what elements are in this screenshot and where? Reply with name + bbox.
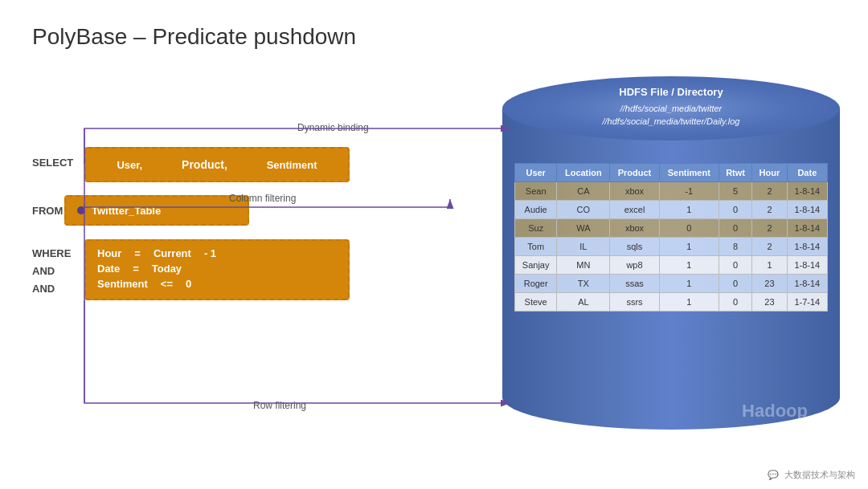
hdfs-title: HDFS File / Directory bbox=[502, 86, 840, 98]
select-block: User, Product, Sentiment bbox=[84, 147, 350, 182]
from-keyword: FROM bbox=[32, 205, 63, 217]
table-row: SeanCAxbox-1521-8-14 bbox=[515, 182, 828, 201]
hdfs-path1: //hdfs/social_media/twitter bbox=[502, 104, 840, 113]
and-keyword-2: AND bbox=[32, 283, 55, 295]
where-row-3: Sentiment <= 0 bbox=[97, 278, 337, 290]
from-block: Twittter_Table bbox=[64, 195, 249, 226]
from-table: Twittter_Table bbox=[92, 205, 161, 217]
where-extra-1: - 1 bbox=[204, 247, 216, 259]
slide: PolyBase – Predicate pushdown SELECT FRO… bbox=[0, 0, 868, 489]
label-row-filtering: Row filtering bbox=[253, 400, 306, 411]
table-row: SanjayMNwp81011-8-14 bbox=[515, 256, 828, 275]
watermark-text: 大数据技术与架构 bbox=[784, 470, 855, 479]
data-table: User Location Product Sentiment Rtwt Hou… bbox=[514, 163, 828, 312]
select-product: Product, bbox=[182, 158, 227, 171]
where-val-3: 0 bbox=[186, 278, 191, 290]
where-col-3: Sentiment bbox=[97, 278, 148, 290]
where-col-2: Date bbox=[97, 263, 120, 275]
table-row: TomILsqls1821-8-14 bbox=[515, 238, 828, 256]
where-row-2: Date = Today bbox=[97, 263, 337, 275]
table-header-row: User Location Product Sentiment Rtwt Hou… bbox=[515, 164, 828, 182]
label-dynamic-binding: Dynamic binding bbox=[297, 122, 369, 133]
table-row: SuzWAxbox0021-8-14 bbox=[515, 219, 828, 238]
col-hour: Hour bbox=[752, 164, 787, 182]
table-row: RogerTXssas10231-8-14 bbox=[515, 275, 828, 293]
where-val-1: Current bbox=[154, 247, 191, 259]
col-rtwt: Rtwt bbox=[719, 164, 751, 182]
select-user: User, bbox=[117, 159, 142, 171]
where-op-1: = bbox=[134, 247, 141, 259]
watermark: 💬 大数据技术与架构 bbox=[761, 467, 862, 483]
wechat-icon: 💬 bbox=[768, 470, 779, 479]
select-keyword: SELECT bbox=[32, 157, 73, 169]
where-op-2: = bbox=[133, 263, 139, 275]
hadoop-label: Hadoop bbox=[742, 401, 808, 422]
where-row-1: Hour = Current - 1 bbox=[97, 247, 337, 259]
where-col-1: Hour bbox=[97, 247, 121, 259]
where-op-3: <= bbox=[161, 278, 173, 290]
from-dot bbox=[77, 206, 85, 214]
col-sentiment: Sentiment bbox=[659, 164, 719, 182]
where-keyword: WHERE bbox=[32, 247, 71, 259]
hdfs-path2: //hdfs/social_media/twitter/Daily.log bbox=[502, 116, 840, 126]
where-block: Hour = Current - 1 Date = Today Sentimen… bbox=[84, 239, 350, 300]
label-column-filtering: Column filtering bbox=[229, 193, 296, 204]
table-row: SteveALssrs10231-7-14 bbox=[515, 293, 828, 312]
where-val-2: Today bbox=[152, 263, 182, 275]
select-sentiment: Sentiment bbox=[267, 159, 317, 171]
and-keyword-1: AND bbox=[32, 265, 55, 277]
table-row: AudieCOexcel1021-8-14 bbox=[515, 201, 828, 219]
cylinder-container: HDFS File / Directory //hdfs/social_medi… bbox=[502, 76, 840, 446]
col-user: User bbox=[515, 164, 557, 182]
col-product: Product bbox=[610, 164, 659, 182]
col-date: Date bbox=[787, 164, 827, 182]
col-location: Location bbox=[557, 164, 610, 182]
page-title: PolyBase – Predicate pushdown bbox=[32, 24, 836, 50]
